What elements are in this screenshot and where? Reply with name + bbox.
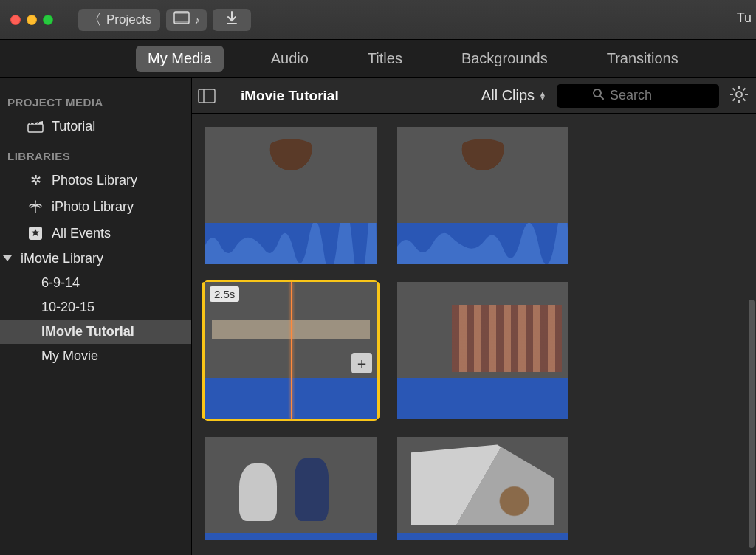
tab-audio[interactable]: Audio [259, 46, 320, 72]
sidebar-item-label: Tutorial [52, 119, 95, 134]
sidebar-item-iphoto-library[interactable]: iPhoto Library [0, 193, 191, 220]
add-to-timeline-button[interactable]: ＋ [351, 353, 372, 373]
window-zoom-button[interactable] [43, 15, 53, 25]
sidebar-item-label: All Events [52, 226, 111, 241]
sidebar-item-label: iMovie Tutorial [41, 324, 134, 339]
clip-thumbnail[interactable] [205, 127, 377, 264]
svg-line-14 [733, 89, 735, 91]
clip-thumbnail[interactable] [397, 437, 568, 540]
sidebar-item-photos-library[interactable]: ✲ Photos Library [0, 167, 191, 193]
titlebar: 〈 Projects ♪ Tu [0, 0, 756, 40]
svg-rect-3 [28, 124, 43, 132]
tab-my-media[interactable]: My Media [136, 46, 224, 72]
sidebar-item-label: iPhoto Library [52, 199, 134, 215]
updown-chevron-icon: ▲▼ [539, 92, 546, 100]
sidebar-item-label: 6-9-14 [41, 275, 80, 291]
svg-line-16 [743, 89, 746, 91]
disclosure-triangle-icon[interactable] [3, 255, 12, 261]
sidebar-item-all-events[interactable]: All Events [0, 220, 191, 247]
back-to-projects-button[interactable]: 〈 Projects [78, 9, 160, 31]
sidebar-toggle-icon[interactable] [198, 87, 216, 105]
sidebar-item-label: My Movie [41, 348, 98, 364]
svg-line-17 [733, 99, 735, 101]
tab-titles[interactable]: Titles [356, 46, 414, 72]
window-minimize-button[interactable] [27, 15, 37, 25]
clip-audio-waveform [397, 223, 568, 264]
filmstrip-icon [173, 11, 190, 28]
sidebar-item-tutorial[interactable]: Tutorial [0, 113, 191, 139]
clip-thumbnail[interactable] [397, 127, 568, 264]
clip-audio-waveform [397, 533, 568, 540]
clip-audio-waveform [397, 378, 568, 419]
tab-transitions[interactable]: Transitions [595, 46, 690, 72]
sidebar-event-2[interactable]: 10-20-15 [0, 295, 191, 320]
media-import-button[interactable]: ♪ [166, 9, 207, 31]
svg-rect-2 [174, 21, 189, 24]
search-icon [592, 88, 604, 103]
clip-audio-waveform [205, 223, 377, 264]
sidebar-item-imovie-library[interactable]: iMovie Library [0, 247, 191, 271]
project-media-header: PROJECT MEDIA [0, 86, 191, 113]
search-field[interactable]: Search [557, 84, 719, 108]
window-title-fragment: Tu [737, 10, 752, 26]
sidebar-event-3[interactable]: iMovie Tutorial [0, 320, 191, 344]
star-box-icon [27, 224, 44, 242]
sidebar-item-label: Photos Library [52, 173, 137, 188]
library-sidebar: PROJECT MEDIA Tutorial LIBRARIES ✲ Photo… [0, 78, 192, 555]
clip-audio-waveform [205, 533, 377, 540]
music-note-icon: ♪ [194, 14, 199, 26]
libraries-header: LIBRARIES [0, 139, 191, 167]
clip-duration-badge: 2.5s [210, 286, 239, 302]
download-button[interactable] [213, 9, 251, 31]
photos-flower-icon: ✲ [27, 171, 44, 189]
svg-line-8 [600, 96, 603, 99]
sidebar-event-1[interactable]: 6-9-14 [0, 271, 191, 295]
clip-filter-dropdown[interactable]: All Clips ▲▼ [481, 87, 546, 104]
browser-header: iMovie Tutorial All Clips ▲▼ Search [192, 78, 756, 114]
window-close-button[interactable] [10, 15, 21, 25]
clip-grid: 2.5s ＋ [192, 114, 756, 555]
svg-rect-5 [199, 89, 215, 103]
svg-rect-1 [174, 12, 189, 14]
clip-video-thumb [397, 127, 568, 223]
sidebar-item-label: iMovie Library [21, 251, 103, 266]
media-type-tabbar: My Media Audio Titles Backgrounds Transi… [0, 40, 756, 78]
back-button-label: Projects [106, 13, 151, 27]
vertical-scrollbar[interactable] [749, 300, 755, 548]
sidebar-event-4[interactable]: My Movie [0, 344, 191, 368]
browser-title: iMovie Tutorial [241, 88, 339, 104]
clip-thumbnail[interactable] [205, 437, 377, 540]
svg-point-9 [736, 92, 742, 97]
search-placeholder: Search [610, 88, 652, 103]
download-arrow-icon [226, 11, 238, 28]
clip-video-thumb [397, 282, 568, 378]
clip-video-thumb [205, 437, 377, 533]
clip-thumbnail-selected[interactable]: 2.5s ＋ [205, 282, 377, 419]
sidebar-item-label: 10-20-15 [41, 300, 94, 315]
clip-video-thumb [205, 127, 377, 223]
settings-gear-icon[interactable] [729, 85, 749, 106]
media-browser: iMovie Tutorial All Clips ▲▼ Search [192, 78, 756, 555]
clip-filter-label: All Clips [481, 87, 535, 104]
tab-backgrounds[interactable]: Backgrounds [450, 46, 560, 72]
clip-video-thumb [397, 437, 568, 533]
palm-tree-icon [27, 198, 44, 216]
clip-thumbnail[interactable] [397, 282, 568, 419]
clip-playhead[interactable] [291, 282, 292, 419]
svg-line-15 [743, 99, 746, 101]
clapper-icon [27, 117, 44, 135]
